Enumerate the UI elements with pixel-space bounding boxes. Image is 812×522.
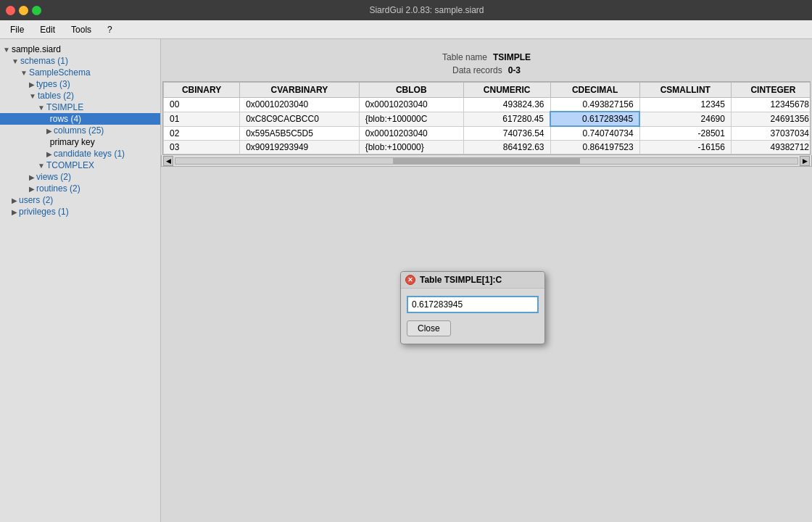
modal-value-input[interactable] [407,296,539,313]
menu-edit[interactable]: Edit [33,23,62,36]
sidebar-item-rows[interactable]: rows (4) [0,113,160,125]
sidebar-item-label: types (3) [36,79,70,89]
table-cell[interactable]: 0.493827156 [550,98,639,112]
sidebar-item-label: TSIMPLE [46,102,83,112]
table-cell[interactable]: 864192.63 [463,141,550,154]
sidebar-item-views[interactable]: ▶ views (2) [0,171,160,183]
table-cell[interactable]: 01 [164,112,240,126]
horizontal-scrollbar[interactable]: ◀ ▶ [161,155,812,167]
arrow-icon: ▼ [12,57,19,65]
arrow-icon: ▶ [12,208,17,216]
arrow-icon: ▶ [46,150,52,158]
table-row[interactable]: 000x000102030400x00010203040493824.360.4… [164,98,811,112]
sidebar-item-label: SampleSchema [29,67,91,78]
col-csmallint: CSMALLINT [639,83,731,98]
table-cell[interactable]: 0.617283945 [550,112,639,126]
sidebar-item-routines[interactable]: ▶ routines (2) [0,183,160,194]
table-cell[interactable]: 617280.45 [463,112,550,126]
sidebar-item-tables[interactable]: ▼ tables (2) [0,90,160,102]
table-cell[interactable]: 37037034 [731,126,811,141]
menu-file[interactable]: File [3,23,31,36]
table-name-row: Table name TSIMPLE [442,52,531,62]
sidebar-item-tcomplex[interactable]: ▼ TCOMPLEX [0,160,160,171]
maximize-window-button[interactable] [32,6,41,15]
modal-close-icon[interactable]: ✕ [405,275,415,285]
table-cell[interactable]: 00 [164,98,240,112]
minimize-window-button[interactable] [19,6,28,15]
table-cell[interactable]: 0x00010203040 [240,98,360,112]
content-area: Table name TSIMPLE Data records 0-3 CBIN… [161,39,812,522]
col-cdecimal: CDECIMAL [550,83,639,98]
table-cell[interactable]: -16156 [639,141,731,154]
table-cell[interactable]: 740736.54 [463,126,550,141]
arrow-icon: ▶ [29,173,35,181]
sidebar: ▼ sample.siard ▼ schemas (1) ▼ SampleSch… [0,39,161,522]
sidebar-item-label: sample.siard [12,44,61,54]
modal-titlebar: ✕ Table TSIMPLE[1]:C [401,272,544,289]
sidebar-item-sample-siard[interactable]: ▼ sample.siard [0,44,160,55]
table-cell[interactable]: 02 [164,126,240,141]
sidebar-item-label: candidate keys (1) [54,149,125,159]
table-cell[interactable]: 0.740740734 [550,126,639,141]
arrow-icon: ▼ [20,69,28,77]
arrow-icon: ▶ [46,127,52,135]
table-cell[interactable]: 24690 [639,112,731,126]
sidebar-item-tsimple[interactable]: ▼ TSIMPLE [0,102,160,113]
close-window-button[interactable] [6,6,15,15]
table-cell[interactable]: -28501 [639,126,731,141]
arrow-icon: ▼ [3,46,10,54]
modal-close-button[interactable]: Close [407,320,451,336]
data-table: CBINARY CVARBINARY CBLOB CNUMERIC CDECIM… [163,82,811,154]
table-cell[interactable]: 0x00010203040 [359,98,463,112]
scroll-left-button[interactable]: ◀ [163,156,173,166]
table-cell[interactable]: 0x00010203040 [359,126,463,141]
table-cell[interactable]: 03 [164,141,240,154]
menubar: File Edit Tools ? [0,20,812,39]
sidebar-item-label: schemas (1) [20,56,68,66]
sidebar-item-sampleschema[interactable]: ▼ SampleSchema [0,67,160,78]
main-area: ▼ sample.siard ▼ schemas (1) ▼ SampleSch… [0,39,812,522]
sidebar-item-types[interactable]: ▶ types (3) [0,78,160,90]
col-cinteger: CINTEGER [731,83,811,98]
sidebar-item-schemas[interactable]: ▼ schemas (1) [0,55,160,67]
table-cell[interactable]: 12345678 [731,98,811,112]
sidebar-item-privileges[interactable]: ▶ privileges (1) [0,206,160,218]
data-records-row: Data records 0-3 [452,65,521,75]
col-cbinary: CBINARY [164,83,240,98]
sidebar-item-label: columns (25) [54,125,104,136]
sidebar-item-users[interactable]: ▶ users (2) [0,194,160,206]
table-cell[interactable]: {blob:+100000} [359,141,463,154]
table-cell[interactable]: 49382712 [731,141,811,154]
col-cvarbinary: CVARBINARY [240,83,360,98]
table-cell[interactable]: 12345 [639,98,731,112]
sidebar-item-label: privileges (1) [19,207,69,217]
table-cell[interactable]: 0x595A5B5C5D5 [240,126,360,141]
sidebar-item-label: routines (2) [36,183,80,194]
sidebar-item-columns[interactable]: ▶ columns (25) [0,125,160,136]
table-row[interactable]: 010xC8C9CACBCC0{blob:+100000C617280.450.… [164,112,811,126]
modal-body: Close [401,289,544,344]
table-row[interactable]: 020x595A5B5C5D50x00010203040740736.540.7… [164,126,811,141]
titlebar: SiardGui 2.0.83: sample.siard [0,0,812,20]
table-row[interactable]: 030x90919293949{blob:+100000}864192.630.… [164,141,811,154]
table-cell[interactable]: 24691356 [731,112,811,126]
table-cell[interactable]: 0x90919293949 [240,141,360,154]
scroll-right-button[interactable]: ▶ [800,156,810,166]
table-cell[interactable]: 0xC8C9CACBCC0 [240,112,360,126]
arrow-icon: ▼ [29,92,36,100]
arrow-icon: ▶ [29,80,35,88]
arrow-icon: ▶ [29,185,35,193]
menu-help[interactable]: ? [100,23,120,36]
window-controls [6,6,41,15]
sidebar-item-primary-key[interactable]: primary key [0,136,160,148]
scroll-track[interactable] [175,157,798,165]
menu-tools[interactable]: Tools [64,23,99,36]
sidebar-item-label: tables (2) [38,91,74,101]
table-info: Table name TSIMPLE Data records 0-3 [161,46,812,81]
data-table-container[interactable]: CBINARY CVARBINARY CBLOB CNUMERIC CDECIM… [162,81,811,155]
table-cell[interactable]: 0.864197523 [550,141,639,154]
table-name-value: TSIMPLE [493,52,531,62]
table-cell[interactable]: 493824.36 [463,98,550,112]
table-cell[interactable]: {blob:+100000C [359,112,463,126]
sidebar-item-candidate-keys[interactable]: ▶ candidate keys (1) [0,148,160,160]
